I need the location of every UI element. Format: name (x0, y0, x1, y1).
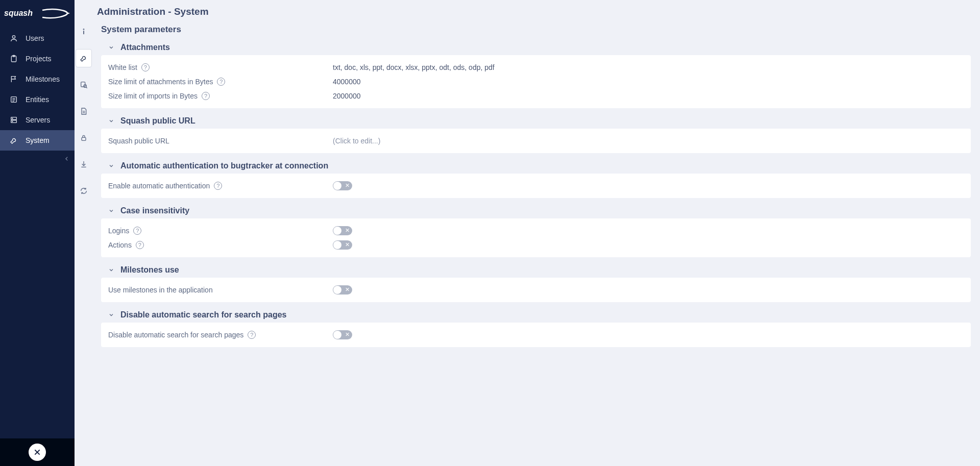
sidebar-item-milestones[interactable]: Milestones (0, 69, 75, 89)
field-label: Use milestones in the application (108, 286, 213, 294)
lock-icon (80, 134, 88, 142)
list-icon (9, 95, 18, 104)
main-content: Administration - System System parameter… (93, 0, 980, 466)
section-heading: Automatic authentication to bugtracker a… (120, 161, 328, 170)
section-toggle-milestones-use[interactable]: Milestones use (108, 265, 971, 275)
rail-lock-button[interactable] (76, 129, 92, 147)
row-white-list: White list ? txt, doc, xls, ppt, docx, x… (108, 60, 964, 75)
section-toggle-case-insensitivity[interactable]: Case insensitivity (108, 206, 971, 215)
flag-icon (9, 75, 18, 84)
section-heading: Attachments (120, 43, 170, 52)
section-toggle-attachments[interactable]: Attachments (108, 43, 971, 52)
panel-attachments: White list ? txt, doc, xls, ppt, docx, x… (101, 55, 971, 108)
toggle-logins[interactable]: ✕ (333, 226, 352, 235)
field-label: Disable automatic search for search page… (108, 331, 243, 339)
panel-disable-search: Disable automatic search for search page… (101, 323, 971, 347)
svg-line-19 (86, 87, 87, 88)
row-disable-search: Disable automatic search for search page… (108, 328, 964, 342)
svg-point-2 (12, 36, 15, 38)
section-toggle-public-url[interactable]: Squash public URL (108, 116, 971, 126)
sidebar-item-entities[interactable]: Entities (0, 89, 75, 110)
user-icon (9, 34, 18, 43)
panel-auto-auth: Enable automatic authentication ? ✕ (101, 174, 971, 198)
rail-info-button[interactable] (76, 22, 92, 41)
inspect-icon (80, 81, 88, 89)
squash-logo-icon: squash (4, 8, 70, 20)
document-icon (80, 107, 88, 115)
panel-milestones-use: Use milestones in the application ✕ (101, 278, 971, 302)
sidebar-item-label: Users (26, 34, 44, 42)
svg-rect-16 (83, 31, 84, 34)
field-label: White list (108, 63, 137, 71)
help-icon[interactable]: ? (133, 227, 141, 235)
download-icon (80, 160, 88, 168)
row-size-imports: Size limit of imports in Bytes ? 2000000 (108, 89, 964, 103)
chevron-down-icon (108, 44, 114, 51)
row-enable-auto-auth: Enable automatic authentication ? ✕ (108, 179, 964, 193)
sidebar-item-servers[interactable]: Servers (0, 110, 75, 130)
sidebar: squash Users Projects Milestones (0, 0, 75, 466)
sidebar-item-label: System (26, 136, 50, 144)
field-value-size-imports[interactable]: 2000000 (333, 92, 361, 100)
row-actions: Actions ? ✕ (108, 238, 964, 252)
help-icon[interactable]: ? (217, 78, 225, 86)
page-title: Administration - System (97, 6, 971, 17)
section-heading: Milestones use (120, 265, 179, 275)
sync-icon (80, 187, 88, 195)
section-toggle-auto-auth[interactable]: Automatic authentication to bugtracker a… (108, 161, 971, 170)
sidebar-collapse-button[interactable] (0, 151, 75, 167)
sidebar-item-label: Servers (26, 116, 50, 124)
close-button[interactable] (29, 444, 46, 461)
section-heading: Squash public URL (120, 116, 195, 126)
sidebar-item-users[interactable]: Users (0, 28, 75, 48)
chevron-down-icon (108, 163, 114, 169)
rail-inspect-button[interactable] (76, 76, 92, 94)
field-label: Size limit of attachments in Bytes (108, 78, 213, 86)
chevron-down-icon (108, 312, 114, 318)
rail-settings-button[interactable] (76, 49, 92, 67)
field-label: Squash public URL (108, 137, 169, 145)
rail-download-button[interactable] (76, 155, 92, 174)
wrench-icon (80, 54, 88, 62)
chevron-down-icon (108, 267, 114, 273)
svg-rect-22 (82, 137, 86, 140)
wrench-icon (9, 136, 18, 145)
svg-text:squash: squash (4, 9, 33, 17)
svg-rect-17 (81, 82, 85, 87)
close-icon (33, 448, 41, 456)
toggle-use-milestones[interactable]: ✕ (333, 285, 352, 295)
svg-point-12 (12, 121, 13, 121)
sidebar-item-label: Projects (26, 55, 52, 63)
sidebar-item-label: Entities (26, 95, 49, 104)
rail-sync-button[interactable] (76, 182, 92, 200)
help-icon[interactable]: ? (202, 92, 210, 100)
clipboard-icon (9, 54, 18, 63)
sidebar-item-system[interactable]: System (0, 130, 75, 151)
help-icon[interactable]: ? (136, 241, 144, 249)
rail-document-button[interactable] (76, 102, 92, 120)
panel-case-insensitivity: Logins ? ✕ Actions ? ✕ (101, 218, 971, 257)
toggle-enable-auto-auth[interactable]: ✕ (333, 181, 352, 190)
section-toggle-disable-search[interactable]: Disable automatic search for search page… (108, 310, 971, 320)
chevron-down-icon (108, 118, 114, 124)
row-size-attachments: Size limit of attachments in Bytes ? 400… (108, 75, 964, 89)
sidebar-item-projects[interactable]: Projects (0, 48, 75, 69)
info-icon (80, 28, 88, 36)
icon-rail (75, 0, 93, 466)
field-label: Logins (108, 227, 129, 235)
sidebar-item-label: Milestones (26, 75, 60, 83)
field-value-size-attachments[interactable]: 4000000 (333, 78, 361, 86)
toggle-actions[interactable]: ✕ (333, 240, 352, 250)
row-logins: Logins ? ✕ (108, 224, 964, 238)
chevron-left-icon (64, 156, 69, 161)
page-subtitle: System parameters (101, 24, 971, 35)
help-icon[interactable]: ? (141, 63, 150, 71)
help-icon[interactable]: ? (214, 182, 222, 190)
help-icon[interactable]: ? (248, 331, 256, 339)
field-value-white-list[interactable]: txt, doc, xls, ppt, docx, xlsx, pptx, od… (333, 63, 495, 71)
svg-point-11 (12, 118, 13, 118)
toggle-disable-search[interactable]: ✕ (333, 330, 352, 339)
section-heading: Case insensitivity (120, 206, 189, 215)
field-value-public-url[interactable]: (Click to edit...) (333, 137, 380, 145)
field-label: Enable automatic authentication (108, 182, 210, 190)
